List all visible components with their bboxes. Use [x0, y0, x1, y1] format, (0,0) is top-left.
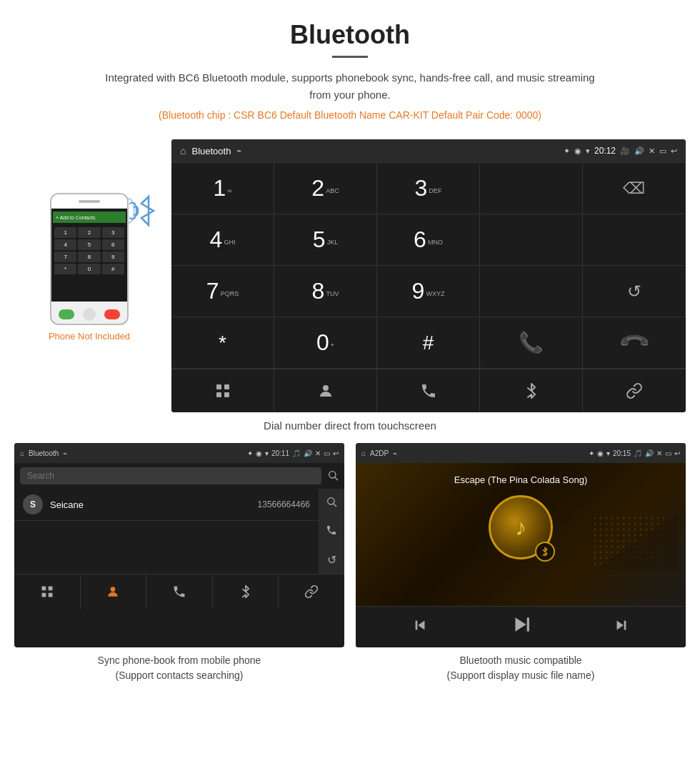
- pb-contact-row[interactable]: S Seicane 13566664466: [14, 489, 319, 521]
- svg-rect-2: [216, 392, 221, 397]
- screen-icon[interactable]: ▭: [659, 146, 666, 156]
- page-header: Bluetooth Integrated with BC6 Bluetooth …: [0, 0, 700, 139]
- bluetooth-icon: [523, 382, 540, 399]
- pb-nav-link[interactable]: [279, 574, 344, 609]
- phone-screen: + Add to Contacts 1 2 3 4 5 6 7 8 9 * 0: [51, 209, 127, 302]
- svg-rect-18: [415, 620, 417, 630]
- volume-icon[interactable]: 🔊: [634, 146, 644, 156]
- phone-key: 9: [102, 252, 124, 262]
- dial-key-6[interactable]: 6MNO: [377, 214, 480, 266]
- dial-key-5[interactable]: 5JKL: [274, 214, 377, 266]
- dial-key-8[interactable]: 8TUV: [274, 266, 377, 317]
- pb-nav-apps[interactable]: [14, 574, 81, 609]
- pb-search-input[interactable]: [20, 467, 321, 484]
- dial-bottom-nav: [171, 369, 686, 412]
- nav-contacts-btn[interactable]: [274, 369, 377, 412]
- pb-close-icon[interactable]: ✕: [315, 449, 321, 457]
- contact-name: Seicane: [50, 499, 251, 510]
- phone-key: *: [54, 264, 76, 274]
- dial-key-9[interactable]: 9WXYZ: [377, 266, 480, 317]
- svg-marker-19: [515, 617, 526, 632]
- car-dial-screen: ⌂ Bluetooth ⌁ ✦ ◉ ▾ 20:12 🎥 🔊 ✕ ▭ ↩ 1∞: [171, 139, 686, 412]
- location-icon: ◉: [574, 146, 581, 156]
- music-album-art: ♪: [489, 495, 553, 559]
- pb-home-icon[interactable]: ⌂: [20, 449, 24, 457]
- music-screen: ⌂ A2DP ⌁ ✦ ◉ ▾ 20:15 🎵 🔊 ✕ ▭ ↩: [356, 443, 686, 647]
- phone-screen-header: + Add to Contacts: [53, 212, 126, 223]
- music-section: ⌂ A2DP ⌁ ✦ ◉ ▾ 20:15 🎵 🔊 ✕ ▭ ↩: [356, 443, 686, 683]
- music-title: A2DP: [370, 449, 389, 457]
- music-prev-btn[interactable]: [412, 617, 428, 637]
- contacts-icon: [317, 382, 334, 399]
- dial-screen-title: Bluetooth: [191, 146, 231, 156]
- svg-rect-22: [624, 620, 626, 630]
- main-section: + Add to Contacts 1 2 3 4 5 6 7 8 9 * 0: [0, 139, 700, 412]
- dial-key-3[interactable]: 3DEF: [377, 163, 480, 214]
- dial-key-4[interactable]: 4GHI: [171, 214, 274, 266]
- phone-key: 2: [78, 227, 100, 238]
- svg-rect-20: [527, 617, 529, 632]
- back-icon[interactable]: ↩: [671, 146, 677, 156]
- pb-nav-contacts-active[interactable]: [81, 574, 147, 609]
- svg-rect-1: [224, 384, 229, 389]
- pb-nav-bt[interactable]: [213, 574, 279, 609]
- dial-key-0[interactable]: 0+: [274, 317, 377, 369]
- music-status-left: ⌂ A2DP ⌁: [361, 449, 397, 457]
- music-back-icon[interactable]: ↩: [674, 449, 680, 457]
- camera-icon[interactable]: 🎥: [620, 146, 630, 156]
- wifi-icon: ▾: [586, 146, 590, 156]
- music-play-pause-btn[interactable]: [511, 615, 530, 639]
- phone-key: 1: [54, 227, 76, 238]
- phone-key: 8: [78, 252, 100, 262]
- pb-vol-icon[interactable]: 🔊: [304, 449, 312, 457]
- dial-key-star[interactable]: *: [171, 317, 274, 369]
- dial-end-btn[interactable]: 📞: [583, 317, 686, 369]
- music-loc-icon: ◉: [597, 449, 604, 457]
- phone-key: 6: [102, 239, 124, 250]
- dial-key-2[interactable]: 2ABC: [274, 163, 377, 214]
- nav-bluetooth-btn[interactable]: [480, 369, 583, 412]
- apps-icon: [214, 382, 231, 399]
- pb-content-area: S Seicane 13566664466: [14, 489, 344, 574]
- bottom-row: ⌂ Bluetooth ⌁ ✦ ◉ ▾ 20:11 🎵 🔊 ✕ ▭ ↩: [0, 443, 700, 683]
- close-icon[interactable]: ✕: [649, 146, 655, 156]
- pb-right-phone-icon[interactable]: [326, 524, 337, 539]
- pb-time: 20:11: [271, 449, 289, 457]
- svg-rect-3: [224, 392, 229, 397]
- phone-key: 4: [54, 239, 76, 250]
- svg-marker-17: [418, 620, 424, 630]
- dial-status-bar: ⌂ Bluetooth ⌁ ✦ ◉ ▾ 20:12 🎥 🔊 ✕ ▭ ↩: [171, 139, 686, 162]
- dial-key-1[interactable]: 1∞: [171, 163, 274, 214]
- phonebook-section: ⌂ Bluetooth ⌁ ✦ ◉ ▾ 20:11 🎵 🔊 ✕ ▭ ↩: [14, 443, 344, 683]
- music-time: 20:15: [613, 449, 631, 457]
- pb-nav-phone[interactable]: [146, 574, 213, 609]
- pb-status-right: ✦ ◉ ▾ 20:11 🎵 🔊 ✕ ▭ ↩: [247, 449, 339, 457]
- pb-right-search-icon[interactable]: [326, 496, 337, 510]
- dial-key-hash[interactable]: #: [377, 317, 480, 369]
- music-vol-icon[interactable]: 🔊: [645, 449, 654, 457]
- usb-icon: ⌁: [236, 146, 241, 156]
- dial-key-7[interactable]: 7PQRS: [171, 266, 274, 317]
- nav-link-btn[interactable]: [583, 369, 686, 412]
- music-home-icon[interactable]: ⌂: [361, 449, 366, 457]
- music-song-title: Escape (The Pina Colada Song): [454, 474, 587, 485]
- home-icon[interactable]: ⌂: [180, 145, 186, 156]
- dial-cell-empty-4: [480, 266, 583, 317]
- phonebook-screen: ⌂ Bluetooth ⌁ ✦ ◉ ▾ 20:11 🎵 🔊 ✕ ▭ ↩: [14, 443, 344, 647]
- dial-call-btn[interactable]: 📞: [480, 317, 583, 369]
- dial-reload-btn[interactable]: ↺: [583, 266, 686, 317]
- status-right: ✦ ◉ ▾ 20:12 🎥 🔊 ✕ ▭ ↩: [564, 146, 677, 156]
- pb-bottom-nav: [14, 574, 344, 609]
- pb-search-icon[interactable]: [327, 469, 339, 483]
- pb-screen-icon[interactable]: ▭: [324, 449, 330, 457]
- pb-back-icon[interactable]: ↩: [333, 449, 339, 457]
- dial-backspace-btn[interactable]: ⌫: [583, 163, 686, 214]
- music-close-icon[interactable]: ✕: [656, 449, 662, 457]
- music-next-btn[interactable]: [614, 617, 629, 637]
- svg-rect-11: [41, 593, 46, 597]
- pb-right-icons: ↺: [319, 489, 344, 574]
- pb-right-reload-icon[interactable]: ↺: [327, 553, 336, 567]
- music-screen-icon[interactable]: ▭: [665, 449, 671, 457]
- nav-phone-btn[interactable]: [377, 369, 480, 412]
- nav-apps-btn[interactable]: [171, 369, 274, 412]
